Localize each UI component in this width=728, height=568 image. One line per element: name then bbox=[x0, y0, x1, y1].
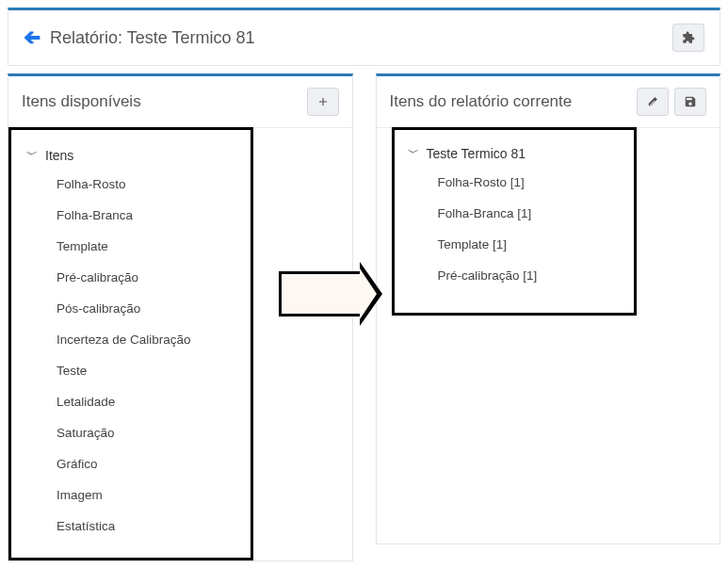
current-items-list: Folha-Rosto [1]Folha-Branca [1]Template … bbox=[404, 167, 624, 291]
tree-item[interactable]: Teste bbox=[57, 355, 239, 386]
arrow-annotation bbox=[279, 271, 362, 316]
tree-item[interactable]: Folha-Rosto [1] bbox=[438, 167, 624, 198]
page-header: 🡨 Relatório: Teste Termico 81 bbox=[8, 8, 720, 66]
current-panel-title: Itens do relatório corrente bbox=[390, 92, 638, 111]
tree-item[interactable]: Letalidade bbox=[57, 386, 239, 417]
available-items-panel: Itens disponíveis ﹀ Itens Folha-RostoFol… bbox=[8, 73, 353, 561]
puzzle-button[interactable] bbox=[672, 24, 704, 52]
current-report-panel: Itens do relatório corrente ﹀ Teste Term… bbox=[376, 73, 721, 544]
tree-item[interactable]: Folha-Branca bbox=[57, 200, 239, 231]
tree-item[interactable]: Pré-calibração [1] bbox=[438, 260, 624, 291]
tree-item[interactable]: Gráfico bbox=[57, 448, 239, 479]
tree-item[interactable]: Pós-calibração bbox=[57, 293, 239, 324]
available-panel-title: Itens disponíveis bbox=[22, 92, 307, 111]
tree-item[interactable]: Imagem bbox=[57, 479, 239, 511]
current-tree-root[interactable]: ﹀ Teste Termico 81 bbox=[404, 139, 624, 167]
tree-item[interactable]: Pré-calibração bbox=[57, 262, 239, 293]
tree-item[interactable]: Folha-Branca [1] bbox=[438, 198, 624, 229]
tree-item[interactable]: Incerteza de Calibração bbox=[57, 324, 239, 355]
clear-button[interactable] bbox=[637, 88, 669, 116]
save-button[interactable] bbox=[674, 88, 706, 116]
add-item-button[interactable] bbox=[307, 88, 339, 116]
page-title: Relatório: Teste Termico 81 bbox=[50, 28, 672, 48]
available-tree-highlight: ﹀ Itens Folha-RostoFolha-BrancaTemplateP… bbox=[8, 127, 253, 560]
current-tree-highlight: ﹀ Teste Termico 81 Folha-Rosto [1]Folha-… bbox=[392, 127, 637, 316]
tree-item[interactable]: Template [1] bbox=[438, 229, 624, 260]
available-tree-root[interactable]: ﹀ Itens bbox=[23, 141, 239, 169]
current-root-label: Teste Termico 81 bbox=[427, 146, 526, 161]
tree-item[interactable]: Estatística bbox=[57, 511, 239, 542]
available-items-list: Folha-RostoFolha-BrancaTemplatePré-calib… bbox=[23, 169, 239, 542]
back-arrow-icon[interactable]: 🡨 bbox=[24, 28, 40, 48]
tree-item[interactable]: Template bbox=[57, 231, 239, 262]
chevron-down-icon: ﹀ bbox=[26, 147, 38, 163]
chevron-down-icon: ﹀ bbox=[408, 145, 419, 161]
available-root-label: Itens bbox=[45, 148, 73, 163]
tree-item[interactable]: Folha-Rosto bbox=[57, 169, 239, 200]
tree-item[interactable]: Saturação bbox=[57, 417, 239, 448]
